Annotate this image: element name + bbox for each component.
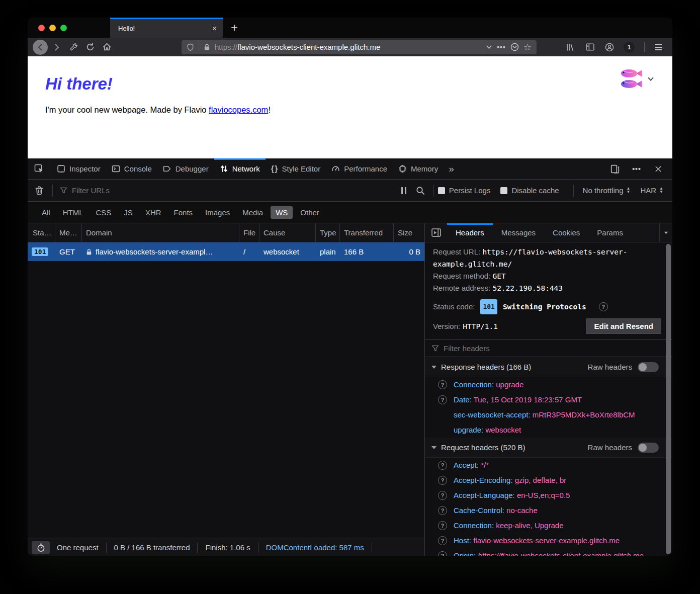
back-button[interactable] xyxy=(33,40,48,55)
request-type-button[interactable]: Fonts xyxy=(169,206,198,219)
header-name[interactable]: Accept xyxy=(454,461,481,469)
column-header-status[interactable]: Sta… xyxy=(28,223,55,242)
request-type-button[interactable]: Media xyxy=(237,206,268,219)
header-name[interactable]: Origin xyxy=(454,551,478,556)
extension-button[interactable]: 1 xyxy=(622,40,637,55)
performance-analysis-button[interactable] xyxy=(32,541,50,554)
sidebar-tab[interactable]: Headers xyxy=(447,223,493,242)
more-tabs-button[interactable]: » xyxy=(444,158,459,179)
help-icon[interactable]: ? xyxy=(438,521,447,530)
column-header-cause[interactable]: Cause xyxy=(259,223,316,242)
sidebar-scrollbar[interactable] xyxy=(666,244,671,554)
tab-style-editor[interactable]: { } Style Editor xyxy=(266,158,326,179)
url-text[interactable]: https://flavio-websockets-client-example… xyxy=(215,43,481,51)
glitch-fish-widget[interactable] xyxy=(619,68,654,90)
help-icon[interactable]: ? xyxy=(438,395,447,404)
column-header-file[interactable]: File xyxy=(239,223,259,242)
sidebar-toggle-button[interactable] xyxy=(582,40,597,55)
request-type-button[interactable]: HTML xyxy=(58,206,89,219)
library-button[interactable] xyxy=(563,40,578,55)
home-button[interactable] xyxy=(99,40,114,55)
header-value[interactable]: mRtR3P5MDXk+BoXrte8lbCM xyxy=(533,410,635,419)
help-icon[interactable]: ? xyxy=(438,491,447,500)
sidebar-tab[interactable]: Messages xyxy=(493,223,544,242)
request-row-selected[interactable]: 101 GET flavio-websockets-server-exampl…… xyxy=(28,242,424,261)
help-icon[interactable]: ? xyxy=(599,302,608,311)
persist-logs-checkbox[interactable]: Persist Logs xyxy=(438,186,491,195)
request-type-button[interactable]: Other xyxy=(295,206,324,219)
help-icon[interactable]: ? xyxy=(438,506,447,515)
bookmark-star-icon[interactable]: ☆ xyxy=(523,42,532,53)
response-headers-section-header[interactable]: Response headers (166 B) Raw headers xyxy=(425,357,672,377)
tab-console[interactable]: Console xyxy=(106,158,157,179)
pause-recording-button[interactable] xyxy=(396,183,411,198)
tab-debugger[interactable]: Debugger xyxy=(157,158,214,179)
header-name[interactable]: Accept-Language xyxy=(454,491,517,499)
sidebar-collapse-button[interactable] xyxy=(425,223,447,242)
column-header-domain[interactable]: Domain xyxy=(82,223,239,242)
header-name[interactable]: Connection xyxy=(454,380,496,389)
har-select[interactable]: HAR ▲▼ xyxy=(640,186,663,195)
header-name[interactable]: Host xyxy=(454,536,473,545)
all-tabs-dropdown-button[interactable] xyxy=(659,223,672,242)
request-type-button[interactable]: CSS xyxy=(91,206,117,219)
request-headers-section-header[interactable]: Request headers (520 B) Raw headers xyxy=(425,438,672,458)
tab-inspector[interactable]: Inspector xyxy=(51,158,106,179)
menu-button[interactable] xyxy=(651,40,666,55)
request-type-button[interactable]: JS xyxy=(119,206,138,219)
header-value[interactable]: https://flavio-websockets-client-example… xyxy=(478,551,643,556)
header-name[interactable]: upgrade xyxy=(454,426,485,434)
header-value[interactable]: */* xyxy=(481,461,489,469)
tab-memory[interactable]: Memory xyxy=(393,158,444,179)
account-button[interactable] xyxy=(602,40,617,55)
zoom-window-button[interactable] xyxy=(60,25,67,31)
responsive-mode-button[interactable] xyxy=(607,161,623,177)
header-name[interactable]: Accept-Encoding xyxy=(454,476,515,484)
browser-tab[interactable]: Hello! × xyxy=(110,18,223,38)
help-icon[interactable]: ? xyxy=(438,461,447,470)
forward-button[interactable] xyxy=(49,40,64,55)
header-name[interactable]: Date xyxy=(454,395,474,404)
request-type-button[interactable]: XHR xyxy=(140,206,166,219)
header-value[interactable]: en-US,en;q=0.5 xyxy=(517,491,570,499)
request-type-button[interactable]: WS xyxy=(271,206,293,219)
tab-performance[interactable]: Performance xyxy=(326,158,393,179)
help-icon[interactable]: ? xyxy=(438,380,447,389)
url-bar[interactable]: https://flavio-websockets-client-example… xyxy=(182,40,537,54)
minimize-window-button[interactable] xyxy=(49,25,56,31)
search-button[interactable] xyxy=(413,183,428,198)
page-actions-icon[interactable]: ••• xyxy=(497,43,506,51)
header-name[interactable]: sec-websocket-accept xyxy=(454,410,533,419)
reload-button[interactable] xyxy=(82,40,98,55)
header-value[interactable]: flavio-websockets-server-example.glitch.… xyxy=(473,536,620,545)
header-name[interactable]: Cache-Control xyxy=(454,506,506,515)
raw-headers-toggle[interactable] xyxy=(638,362,659,372)
column-header-method[interactable]: Me… xyxy=(55,223,82,242)
devtools-menu-icon[interactable]: ••• xyxy=(629,161,644,177)
header-value[interactable]: websocket xyxy=(485,426,521,434)
edit-and-resend-button[interactable]: Edit and Resend xyxy=(586,318,661,334)
lock-icon[interactable] xyxy=(204,43,210,51)
help-icon[interactable]: ? xyxy=(438,551,447,556)
tab-close-icon[interactable]: × xyxy=(212,25,217,33)
pocket-icon[interactable] xyxy=(510,43,519,51)
help-icon[interactable]: ? xyxy=(438,476,447,485)
column-header-type[interactable]: Type xyxy=(316,223,340,242)
header-value[interactable]: upgrade xyxy=(496,380,523,389)
header-value[interactable]: Tue, 15 Oct 2019 18:23:57 GMT xyxy=(474,395,582,404)
tab-network[interactable]: Network xyxy=(214,158,266,179)
throttling-select[interactable]: No throttling ▲▼ xyxy=(583,186,631,195)
tools-button[interactable] xyxy=(66,40,81,55)
raw-headers-toggle[interactable] xyxy=(638,443,659,453)
help-icon[interactable]: ? xyxy=(438,536,447,545)
clear-requests-button[interactable] xyxy=(32,183,47,198)
header-value[interactable]: no-cache xyxy=(506,506,538,515)
request-type-button[interactable]: All xyxy=(37,206,55,219)
flaviocopes-link[interactable]: flaviocopes.com xyxy=(209,105,268,114)
sidebar-tab[interactable]: Params xyxy=(588,223,632,242)
header-value[interactable]: gzip, deflate, br xyxy=(515,476,567,484)
column-header-size[interactable]: Size xyxy=(394,223,424,242)
column-header-transferred[interactable]: Transferred xyxy=(340,223,394,242)
request-type-button[interactable]: Images xyxy=(200,206,235,219)
filter-headers-input[interactable]: Filter headers xyxy=(425,339,672,357)
